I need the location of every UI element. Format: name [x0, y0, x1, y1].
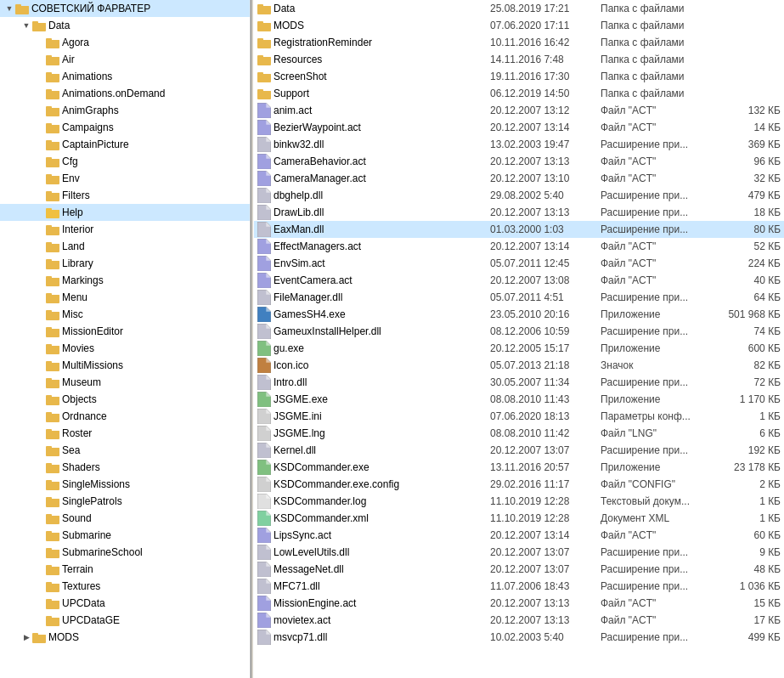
table-row[interactable]: MessageNet.dll 20.12.2007 13:07 Расширен…: [254, 561, 784, 578]
tree-item-sea[interactable]: Sea: [0, 442, 250, 459]
table-row[interactable]: LowLevelUtils.dll 20.12.2007 13:07 Расши…: [254, 544, 784, 561]
table-row[interactable]: EaxMan.dll 01.03.2000 1:03 Расширение пр…: [254, 221, 784, 238]
tree-item-captainpicture[interactable]: CaptainPicture: [0, 136, 250, 153]
table-row[interactable]: GamesSH4.exe 23.05.2010 20:16 Приложение…: [254, 306, 784, 323]
svg-rect-50: [46, 278, 59, 285]
table-row[interactable]: MissionEngine.act 20.12.2007 13:13 Файл …: [254, 595, 784, 612]
table-row[interactable]: Support 06.12.2019 14:50 Папка с файлами: [254, 85, 784, 102]
file-type: Приложение: [597, 391, 716, 408]
file-size: 96 КБ: [716, 153, 784, 170]
table-row[interactable]: msvcp71.dll 10.02.2003 5:40 Расширение п…: [254, 629, 784, 646]
tree-item-menu[interactable]: Menu: [0, 289, 250, 306]
table-row[interactable]: gu.exe 20.12.2005 15:17 Приложение 600 К…: [254, 340, 784, 357]
table-row[interactable]: EventCamera.act 20.12.2007 13:08 Файл "A…: [254, 272, 784, 289]
table-row[interactable]: BezierWaypoint.act 20.12.2007 13:14 Файл…: [254, 119, 784, 136]
svg-marker-142: [257, 188, 271, 203]
tree-item-agora[interactable]: Agora: [0, 34, 250, 51]
tree-item-interior[interactable]: Interior: [0, 221, 250, 238]
table-row[interactable]: JSGME.ini 07.06.2020 18:13 Параметры кон…: [254, 408, 784, 425]
tree-item-mods[interactable]: ▶ MODS: [0, 629, 250, 646]
table-row[interactable]: JSGME.exe 08.08.2010 11:43 Приложение 1 …: [254, 391, 784, 408]
tree-item-data[interactable]: ▼ Data: [0, 17, 250, 34]
tree-item-movies[interactable]: Movies: [0, 340, 250, 357]
tree-item-terrain[interactable]: Terrain: [0, 561, 250, 578]
table-row[interactable]: Kernel.dll 20.12.2007 13:07 Расширение п…: [254, 442, 784, 459]
svg-rect-2: [15, 6, 29, 14]
tree-item-filters[interactable]: Filters: [0, 187, 250, 204]
table-row[interactable]: binkw32.dll 13.02.2003 19:47 Расширение …: [254, 136, 784, 153]
table-row[interactable]: EnvSim.act 05.07.2011 12:45 Файл "ACT" 2…: [254, 255, 784, 272]
svg-rect-98: [46, 550, 59, 557]
file-type-icon: [257, 376, 271, 388]
table-row[interactable]: Intro.dll 30.05.2007 11:34 Расширение пр…: [254, 374, 784, 391]
tree-item-env[interactable]: Env: [0, 170, 250, 187]
tree-item-animgraphs[interactable]: AnimGraphs: [0, 102, 250, 119]
file-size: 74 КБ: [716, 323, 784, 340]
table-row[interactable]: KSDCommander.exe 13.11.2016 20:57 Прилож…: [254, 459, 784, 476]
tree-item-museum[interactable]: Museum: [0, 374, 250, 391]
tree-item-help[interactable]: Help: [0, 204, 250, 221]
tree-item-multimissions[interactable]: MultiMissions: [0, 357, 250, 374]
tree-item-upcdatage[interactable]: UPCDataGE: [0, 612, 250, 629]
tree-item-singlemissions[interactable]: SingleMissions: [0, 476, 250, 493]
tree-item-roster[interactable]: Roster: [0, 425, 250, 442]
tree-item-textures[interactable]: Textures: [0, 578, 250, 595]
table-row[interactable]: KSDCommander.xml 11.10.2019 12:28 Докуме…: [254, 510, 784, 527]
folder-icon: [257, 3, 271, 14]
file-type: Файл "ACT": [597, 255, 716, 272]
tree-item-markings[interactable]: Markings: [0, 272, 250, 289]
tree-item-singlepatrols[interactable]: SinglePatrols: [0, 493, 250, 510]
tree-panel[interactable]: ▼ СОВЕТСКИЙ ФАРВАТЕР ▼ Data Agora Air: [0, 0, 251, 678]
tree-item-animations-od[interactable]: Animations.onDemand: [0, 85, 250, 102]
tree-item-library[interactable]: Library: [0, 255, 250, 272]
tree-item-submarine[interactable]: Submarine: [0, 527, 250, 544]
file-name-cell: ScreenShot: [254, 68, 466, 85]
table-row[interactable]: KSDCommander.log 11.10.2019 12:28 Тексто…: [254, 493, 784, 510]
tree-item-label: Air: [62, 54, 75, 65]
tree-item-shaders[interactable]: Shaders: [0, 459, 250, 476]
file-date: 30.05.2007 11:34: [487, 374, 597, 391]
table-row[interactable]: KSDCommander.exe.config 29.02.2016 11:17…: [254, 476, 784, 493]
table-row[interactable]: dbghelp.dll 29.08.2002 5:40 Расширение п…: [254, 187, 784, 204]
table-row[interactable]: Resources 14.11.2016 7:48 Папка с файлам…: [254, 51, 784, 68]
tree-item-misc[interactable]: Misc: [0, 306, 250, 323]
tree-item-objects[interactable]: Objects: [0, 391, 250, 408]
table-row[interactable]: Icon.ico 05.07.2013 21:18 Значок 82 КБ: [254, 357, 784, 374]
table-row[interactable]: CameraBehavior.act 20.12.2007 13:13 Файл…: [254, 153, 784, 170]
table-row[interactable]: MODS 07.06.2020 17:11 Папка с файлами: [254, 17, 784, 34]
file-name: Intro.dll: [274, 376, 307, 388]
file-table: Data 25.08.2019 17:21 Папка с файлами MO…: [254, 0, 784, 646]
tree-item-submarineschool[interactable]: SubmarineSchool: [0, 544, 250, 561]
tree-item-animations[interactable]: Animations: [0, 68, 250, 85]
tree-item-campaigns[interactable]: Campaigns: [0, 119, 250, 136]
table-row[interactable]: GameuxInstallHelper.dll 08.12.2006 10:59…: [254, 323, 784, 340]
table-row[interactable]: anim.act 20.12.2007 13:12 Файл "ACT" 132…: [254, 102, 784, 119]
svg-rect-26: [46, 142, 59, 150]
svg-marker-168: [257, 409, 271, 424]
tree-item-land[interactable]: Land: [0, 238, 250, 255]
svg-marker-171: [266, 426, 271, 431]
svg-marker-148: [257, 239, 271, 254]
tree-item-air[interactable]: Air: [0, 51, 250, 68]
tree-item-ordnance[interactable]: Ordnance: [0, 408, 250, 425]
tree-item-cfg[interactable]: Cfg: [0, 153, 250, 170]
table-row[interactable]: movietex.act 20.12.2007 13:13 Файл "ACT"…: [254, 612, 784, 629]
file-date: 05.07.2013 21:18: [487, 357, 597, 374]
tree-item-upcdata[interactable]: UPCData: [0, 595, 250, 612]
file-date: 08.08.2010 11:43: [487, 391, 597, 408]
table-row[interactable]: DrawLib.dll 20.12.2007 13:13 Расширение …: [254, 204, 784, 221]
table-row[interactable]: Data 25.08.2019 17:21 Папка с файлами: [254, 0, 784, 17]
tree-item-missioneditor[interactable]: MissionEditor: [0, 323, 250, 340]
table-row[interactable]: EffectManagers.act 20.12.2007 13:14 Файл…: [254, 238, 784, 255]
table-row[interactable]: FileManager.dll 05.07.2011 4:51 Расширен…: [254, 289, 784, 306]
table-row[interactable]: ScreenShot 19.11.2016 17:30 Папка с файл…: [254, 68, 784, 85]
table-row[interactable]: MFC71.dll 11.07.2006 18:43 Расширение пр…: [254, 578, 784, 595]
table-row[interactable]: JSGME.lng 08.08.2010 11:42 Файл "LNG" 6 …: [254, 425, 784, 442]
tree-root[interactable]: ▼ СОВЕТСКИЙ ФАРВАТЕР: [0, 0, 250, 17]
svg-rect-14: [46, 74, 59, 82]
table-row[interactable]: CameraManager.act 20.12.2007 13:10 Файл …: [254, 170, 784, 187]
file-type: Файл "ACT": [597, 153, 716, 170]
tree-item-sound[interactable]: Sound: [0, 510, 250, 527]
table-row[interactable]: LipsSync.act 20.12.2007 13:14 Файл "ACT"…: [254, 527, 784, 544]
table-row[interactable]: RegistrationReminder 10.11.2016 16:42 Па…: [254, 34, 784, 51]
